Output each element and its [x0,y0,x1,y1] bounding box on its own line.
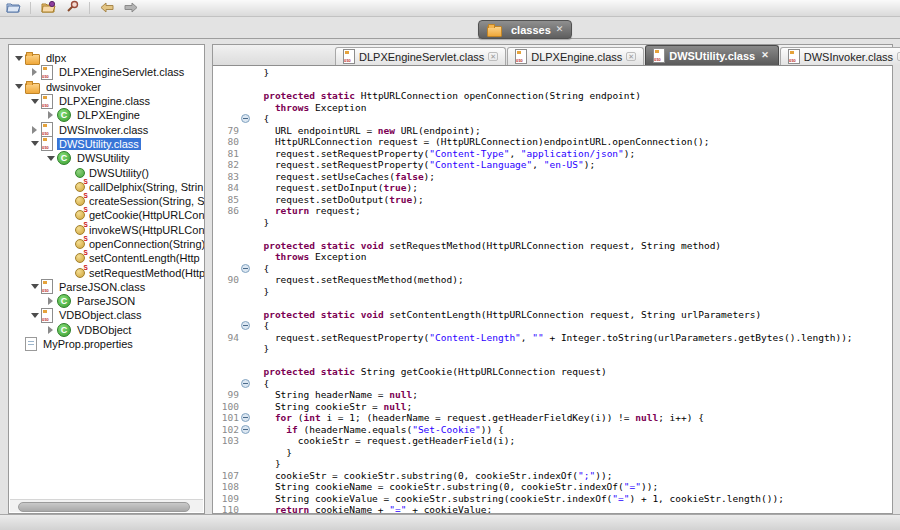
tree-item-setcontentlength-http[interactable]: setContentLength(Http [9,251,204,265]
tree-item-vdbobject[interactable]: VDBObject [9,323,204,337]
editor-tab-dlpxengine-class[interactable]: DLPXEngine.class [507,47,644,65]
collapse-arrow-icon[interactable] [12,84,25,89]
tab-classes[interactable]: classes [478,20,572,39]
code-line: throws Exception [213,251,892,263]
tree-item-parsejson-class[interactable]: ParseJSON.class [9,280,204,294]
collapse-arrow-icon[interactable] [28,99,41,104]
tree-item-label: invokeWS(HttpURLConn [87,224,204,236]
code-line: 103 cookieStr = request.getHeaderField(i… [213,435,892,447]
tree-item-myprop-properties[interactable]: MyProp.properties [9,337,204,351]
collapse-arrow-icon[interactable] [28,313,41,318]
tree-item-dwsinvoker[interactable]: dwsinvoker [9,80,204,94]
editor-tab-dwsinvoker-class[interactable]: DWSInvoker.class [780,47,900,65]
open-type-button[interactable] [39,1,57,15]
code-token: request.setRequestProperty( [252,332,429,343]
tree-item-vdbobject-class[interactable]: VDBObject.class [9,308,204,322]
code-token: ); [584,159,595,170]
editor-tab-label: DWSInvoker.class [804,51,893,63]
tree-item-dlpxengine-class[interactable]: DLPXEngine.class [9,94,204,108]
tree-item-getcookie-httpurlcon[interactable]: getCookie(HttpURLCon [9,208,204,222]
fold-marker-icon[interactable] [241,264,250,273]
fold-marker-icon[interactable] [241,114,250,123]
string-token: "=" [612,493,629,504]
editor-tab-dlpxengineservlet-class[interactable]: DLPXEngineServlet.class [335,47,506,65]
code-text: return request; [252,205,361,217]
code-token: request.setRequestProperty( [252,148,429,159]
tree-item-calldelphix-string-strin[interactable]: callDelphix(String, Strin [9,180,204,194]
collapse-arrow-icon[interactable] [28,141,41,146]
code-line: 101 for (int i = 1; (headerName = reques… [213,412,892,424]
code-text: request.setUseCaches(false); [252,171,435,183]
keyword-token: static [321,240,355,251]
close-icon[interactable] [488,52,498,61]
expand-arrow-icon[interactable] [44,297,57,305]
tree-horizontal-scrollbar[interactable] [10,499,203,512]
editor-tab-dwsutility-class[interactable]: DWSUtility.class [645,45,779,65]
code-token: request.setUseCaches( [252,171,395,182]
editor-tab-label: DLPXEngineServlet.class [359,51,484,63]
code-token: request.setRequestMethod(method); [252,274,464,285]
editor-tab-label: DLPXEngine.class [531,51,622,63]
collapse-arrow-icon[interactable] [28,284,41,289]
open-file-button[interactable] [4,1,22,15]
tree-item-dwsinvoker-class[interactable]: DWSInvoker.class [9,122,204,136]
tree-item-dlpxengine[interactable]: DLPXEngine [9,108,204,122]
code-token: HttpURLConnection request = (HttpURLConn… [252,136,710,147]
tree-item-dlpx[interactable]: dlpx [9,51,204,65]
tree-item-dwsutility[interactable]: DWSUtility() [9,165,204,179]
search-button[interactable] [63,1,81,15]
collapse-arrow-icon[interactable] [12,56,25,61]
close-icon[interactable] [759,50,771,61]
code-token: { [252,378,269,389]
tree-item-createsession-string-st[interactable]: createSession(String, St [9,194,204,208]
code-line: 94 request.setRequestProperty("Content-L… [213,332,892,344]
close-icon[interactable] [556,25,564,34]
tree-item-dwsutility[interactable]: DWSUtility [9,151,204,165]
collapse-arrow-icon[interactable] [44,156,57,161]
code-line: } [213,67,892,79]
code-token: setRequestMethod(HttpURLConnection reque… [384,240,721,251]
fold-marker-icon[interactable] [241,321,250,330]
code-line: 83 request.setUseCaches(false); [213,171,892,183]
scrollbar-thumb[interactable] [18,502,190,512]
tree-item-parsejson[interactable]: ParseJSON [9,294,204,308]
tree-item-openconnection-string[interactable]: openConnection(String) [9,237,204,251]
code-line [213,297,892,309]
close-icon[interactable] [626,52,636,61]
file-icon [25,337,37,351]
class-icon [57,294,71,308]
keyword-token: protected [263,240,314,251]
code-text: throws Exception [252,102,366,114]
fold-column [239,194,252,206]
expand-arrow-icon[interactable] [28,68,41,76]
code-text: return cookieName + "=" + cookieValue; [252,504,492,513]
code-text: { [252,378,269,390]
fold-marker-icon[interactable] [241,425,250,434]
code-line: 108 String cookieName = cookieStr.substr… [213,481,892,493]
expand-arrow-icon[interactable] [28,126,41,134]
expand-arrow-icon[interactable] [44,326,57,334]
fold-column [239,504,252,513]
fold-marker-icon[interactable] [241,379,250,388]
line-number: 102 [213,424,239,436]
tree-item-dwsutility-class[interactable]: DWSUtility.class [9,137,204,151]
classfile-icon [41,65,53,80]
keyword-token: throws [275,251,309,262]
tree-item-dlpxengineservlet-class[interactable]: DLPXEngineServlet.class [9,65,204,79]
code-token: request.setRequestProperty( [252,159,429,170]
keyword-token: protected [263,309,314,320]
expand-arrow-icon[interactable] [44,111,57,119]
back-button[interactable] [98,1,116,15]
method-icon [75,168,85,178]
fold-column [239,401,252,413]
keyword-token: true [389,194,412,205]
tree-item-setrequestmethod-http[interactable]: setRequestMethod(Http [9,265,204,279]
tree-item-invokews-httpurlconn[interactable]: invokeWS(HttpURLConn [9,223,204,237]
code-text: throws Exception [252,251,366,263]
code-line: 79 URL endpointURL = new URL(endpoint); [213,125,892,137]
code-editor[interactable]: } protected static HttpURLConnection ope… [213,66,892,513]
toolbar-separator [89,2,90,14]
forward-button[interactable] [122,1,140,15]
fold-marker-icon[interactable] [241,413,250,422]
code-token [252,205,275,216]
